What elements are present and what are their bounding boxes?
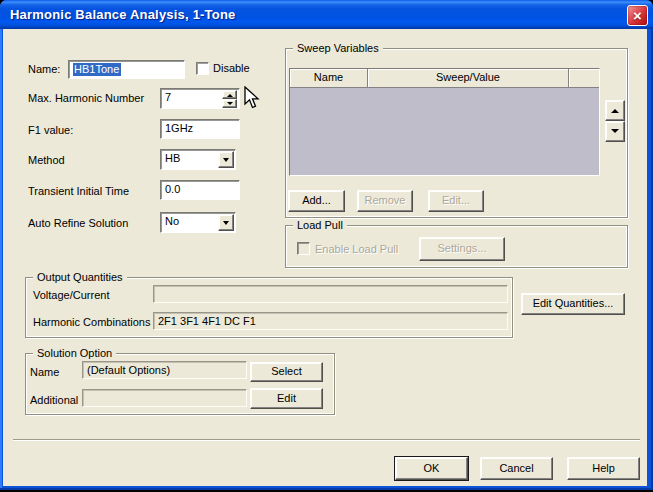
ok-button[interactable]: OK (395, 457, 468, 480)
select-button[interactable]: Select (250, 362, 323, 382)
solution-option-title: Solution Option (33, 347, 116, 359)
output-quantities-title: Output Quantities (33, 271, 127, 283)
window-title: Harmonic Balance Analysis, 1-Tone (10, 7, 236, 22)
voltage-current-field[interactable] (153, 285, 508, 303)
f1-value-label: F1 value: (28, 124, 73, 136)
mouse-cursor-arrow (244, 86, 262, 110)
sweep-variables-title: Sweep Variables (293, 42, 383, 54)
auto-refine-value: No (165, 215, 179, 227)
edit-button[interactable]: Edit... (428, 190, 484, 212)
sweep-variables-table[interactable]: Name Sweep/Value (289, 68, 600, 176)
max-harmonic-label: Max. Harmonic Number (28, 92, 144, 104)
solution-edit-button[interactable]: Edit (250, 388, 323, 409)
edit-quantities-button[interactable]: Edit Quantities... (521, 293, 625, 315)
spin-down-icon (227, 102, 233, 108)
transient-value: 0.0 (165, 183, 180, 195)
arrow-up-icon (611, 105, 619, 113)
harmonic-combinations-label: Harmonic Combinations (33, 316, 150, 328)
settings-button[interactable]: Settings... (419, 237, 505, 261)
f1-value-text: 1GHz (165, 122, 193, 134)
footer-separator (13, 439, 640, 441)
spin-up-button[interactable] (222, 90, 237, 99)
column-header-extra[interactable] (569, 69, 599, 88)
close-button[interactable]: × (627, 5, 648, 26)
column-header-name[interactable]: Name (290, 69, 368, 88)
method-value: HB (165, 152, 180, 164)
method-label: Method (28, 154, 65, 166)
cancel-button[interactable]: Cancel (480, 457, 553, 480)
disable-label: Disable (213, 62, 250, 74)
column-header-sweep-value[interactable]: Sweep/Value (368, 69, 569, 88)
help-button[interactable]: Help (567, 457, 640, 480)
auto-refine-dropdown-button[interactable] (218, 214, 234, 231)
move-up-button[interactable] (605, 100, 625, 121)
solution-name-value: (Default Options) (87, 364, 170, 376)
additional-field[interactable] (82, 389, 247, 407)
screenshot-root: Harmonic Balance Analysis, 1-Tone × Name… (0, 0, 653, 492)
chevron-down-icon (223, 221, 229, 228)
enable-load-pull-checkbox[interactable] (297, 242, 310, 255)
sweep-table-header: Name Sweep/Value (290, 69, 599, 88)
f1-value-input[interactable]: 1GHz (160, 119, 240, 139)
remove-button[interactable]: Remove (357, 190, 413, 212)
voltage-current-label: Voltage/Current (33, 289, 109, 301)
title-bar[interactable]: Harmonic Balance Analysis, 1-Tone (0, 0, 653, 29)
solution-name-label: Name (30, 366, 59, 378)
enable-load-pull-label: Enable Load Pull (315, 243, 398, 255)
harmonic-combinations-field[interactable]: 2F1 3F1 4F1 DC F1 (153, 312, 508, 330)
method-dropdown-button[interactable] (218, 151, 234, 168)
name-input-selected-text: HB1Tone (73, 63, 121, 76)
max-harmonic-value: 7 (165, 91, 171, 103)
spin-up-icon (227, 91, 233, 97)
name-label: Name: (28, 63, 60, 75)
transient-input[interactable]: 0.0 (160, 180, 240, 200)
spin-down-button[interactable] (222, 99, 237, 108)
load-pull-title: Load Pull (293, 219, 347, 231)
harmonic-combinations-value: 2F1 3F1 4F1 DC F1 (158, 315, 256, 327)
chevron-down-icon (223, 158, 229, 165)
solution-name-field[interactable]: (Default Options) (82, 361, 247, 379)
add-button[interactable]: Add... (288, 190, 345, 212)
transient-label: Transient Initial Time (28, 185, 129, 197)
disable-checkbox[interactable] (196, 62, 209, 75)
move-down-button[interactable] (605, 121, 625, 142)
name-input[interactable]: HB1Tone (68, 60, 185, 79)
arrow-down-icon (611, 129, 619, 137)
additional-label: Additional (30, 394, 78, 406)
close-icon: × (628, 5, 647, 26)
auto-refine-label: Auto Refine Solution (28, 217, 128, 229)
